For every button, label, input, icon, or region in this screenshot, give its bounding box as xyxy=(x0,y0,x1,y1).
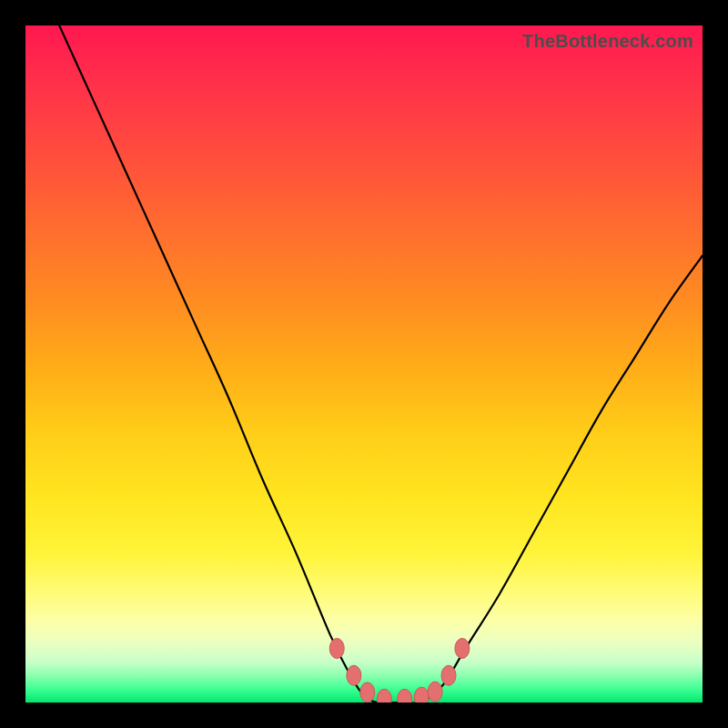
bottleneck-curve-svg xyxy=(25,25,703,703)
curve-marker xyxy=(441,665,456,685)
curve-marker xyxy=(428,682,442,702)
plot-area: TheBottleneck.com xyxy=(25,25,703,703)
curve-markers xyxy=(329,638,470,703)
curve-marker xyxy=(455,638,470,658)
curve-marker xyxy=(329,638,344,658)
curve-marker xyxy=(414,687,429,703)
curve-marker xyxy=(377,689,391,703)
bottleneck-curve-path xyxy=(59,25,703,703)
curve-marker xyxy=(398,689,412,703)
curve-marker xyxy=(360,682,375,703)
curve-marker xyxy=(347,665,361,685)
chart-frame: TheBottleneck.com xyxy=(0,0,728,728)
